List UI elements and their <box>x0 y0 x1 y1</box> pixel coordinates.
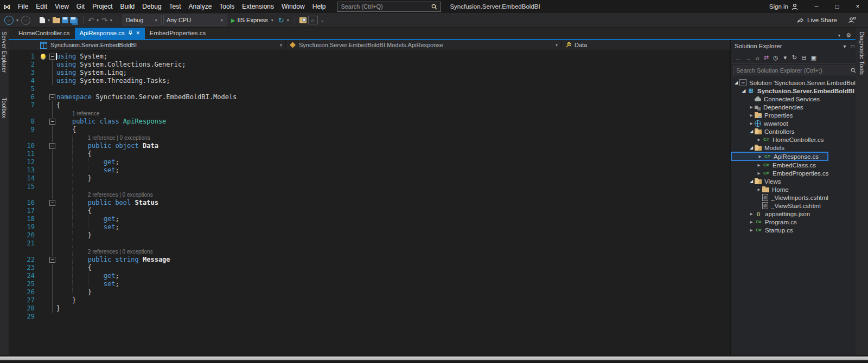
document-tab-embedproperties.cs[interactable]: EmbedProperties.cs <box>145 27 211 39</box>
code-line[interactable]: 10 public object Data <box>9 142 730 150</box>
tree-item-startup-cs[interactable]: ▶C#Startup.cs <box>731 226 866 234</box>
document-tab-apiresponse.cs[interactable]: ApiResponse.cs× <box>75 27 145 39</box>
tree-item-solution-syncfusion-server-embedboldbi-[interactable]: ◢∞Solution 'Syncfusion.Server.EmbedBoldB… <box>731 79 866 87</box>
codelens-references-link[interactable]: 1 reference | 0 exceptions <box>88 134 150 142</box>
tree-item--viewstart-cshtml[interactable]: @_ViewStart.cshtml <box>731 202 866 210</box>
collapsed-arrow-icon[interactable]: ▶ <box>748 105 755 109</box>
code-line[interactable]: 21 <box>9 239 730 248</box>
menu-item-analyze[interactable]: Analyze <box>185 0 216 13</box>
code-line[interactable]: 18 get; <box>9 215 730 223</box>
refresh-icon[interactable]: ↻ <box>278 16 284 24</box>
refresh-dropdown-icon[interactable]: ▾ <box>286 18 290 23</box>
solution-explorer-search-input[interactable]: Search Solution Explorer (Ctrl+;) ▾ <box>733 66 864 75</box>
navigate-backward-icon[interactable]: ← <box>4 16 14 25</box>
tree-item-connected-services[interactable]: Connected Services <box>731 95 866 103</box>
collapsed-arrow-icon[interactable]: ▶ <box>748 212 755 216</box>
menu-item-tools[interactable]: Tools <box>215 0 238 13</box>
collapsed-arrow-icon[interactable]: ▶ <box>748 113 755 118</box>
tree-item-embedproperties-cs[interactable]: ▶C#EmbedProperties.cs <box>731 169 866 177</box>
expanded-arrow-icon[interactable]: ◢ <box>733 80 739 85</box>
menu-item-help[interactable]: Help <box>309 0 330 13</box>
code-line[interactable]: 3using System.Linq; <box>9 69 730 77</box>
codelens-row[interactable]: 1 reference | 0 exceptions <box>9 134 730 142</box>
save-icon[interactable] <box>62 17 68 23</box>
tree-item-syncfusion-server-embedboldbi[interactable]: ◢⊞Syncfusion.Server.EmbedBoldBI <box>731 87 866 95</box>
code-line[interactable]: 28} <box>9 304 730 313</box>
type-dropdown[interactable]: Syncfusion.Server.EmbedBoldBI.Models.Api… <box>290 40 561 50</box>
code-line[interactable]: 19 set; <box>9 223 730 231</box>
expanded-arrow-icon[interactable]: ◢ <box>748 179 755 184</box>
solution-explorer-header[interactable]: Solution Explorer ▾□× <box>731 40 866 52</box>
collapse-all-icon[interactable]: ⊟ <box>801 54 806 61</box>
window-position-icon[interactable]: ▾ <box>843 43 846 49</box>
expanded-arrow-icon[interactable]: ◢ <box>748 145 755 150</box>
collapsed-arrow-icon[interactable]: ▶ <box>757 154 763 159</box>
quick-search-input[interactable]: Search (Ctrl+Q) <box>337 2 441 12</box>
codelens-row[interactable]: 1 reference <box>9 109 730 118</box>
menu-item-test[interactable]: Test <box>165 0 185 13</box>
code-line[interactable]: 29 <box>9 313 730 321</box>
redo-dropdown-icon[interactable]: ▾ <box>109 18 113 23</box>
fold-collapse-icon[interactable] <box>49 119 55 125</box>
code-line[interactable]: 25 set; <box>9 280 730 288</box>
configuration-select[interactable]: Debug▾ <box>123 15 162 25</box>
tree-item-appsettings-json[interactable]: ▶{}appsettings.json <box>731 210 866 218</box>
fold-collapse-icon[interactable] <box>49 143 55 149</box>
code-line[interactable]: 4using System.Threading.Tasks; <box>9 77 730 85</box>
find-in-files-icon[interactable] <box>299 17 307 23</box>
menu-item-extensions[interactable]: Extensions <box>238 0 278 13</box>
codelens-row[interactable]: 2 references | 0 exceptions <box>9 248 730 256</box>
fold-collapse-icon[interactable] <box>49 54 55 60</box>
code-line[interactable]: 6namespace Syncfusion.Server.EmbedBoldBI… <box>9 93 730 101</box>
live-share-button[interactable]: Live Share <box>797 17 837 23</box>
collapsed-arrow-icon[interactable]: ▶ <box>748 121 755 126</box>
menu-item-git[interactable]: Git <box>73 0 88 13</box>
editor-settings-icon[interactable]: ⚙ <box>846 32 851 39</box>
dock-tab-toolbox[interactable]: Toolbox <box>1 98 8 118</box>
code-line[interactable]: 27 } <box>9 296 730 304</box>
code-line[interactable]: 1using System; <box>9 53 730 61</box>
open-file-icon[interactable] <box>53 18 60 23</box>
sign-in-button[interactable]: Sign in <box>769 3 799 10</box>
code-line[interactable]: 7{ <box>9 101 730 109</box>
expanded-arrow-icon[interactable]: ◢ <box>748 129 755 134</box>
tree-item-embedclass-cs[interactable]: ▶C#EmbedClass.cs <box>731 161 866 169</box>
code-line[interactable]: 15 <box>9 183 730 191</box>
codelens-references-link[interactable]: 2 references | 0 exceptions <box>88 248 153 256</box>
home-icon[interactable]: ⌂ <box>756 55 760 61</box>
undo-dropdown-icon[interactable]: ▾ <box>95 18 100 23</box>
code-line[interactable]: 14 } <box>9 174 730 183</box>
tree-item-home[interactable]: ▶Home <box>731 185 866 193</box>
close-button[interactable]: × <box>847 0 868 13</box>
filter-dropdown-icon[interactable]: ▾ <box>782 54 788 61</box>
collapsed-arrow-icon[interactable]: ▶ <box>748 220 755 224</box>
tree-item-views[interactable]: ◢Views <box>731 177 866 185</box>
document-tab-homecontroller.cs[interactable]: HomeController.cs <box>14 27 75 39</box>
maximize-button[interactable]: □ <box>827 0 847 13</box>
dock-tab-server-explorer[interactable]: Server Explorer <box>1 31 8 73</box>
tree-item-program-cs[interactable]: ▶C#Program.cs <box>731 218 866 226</box>
navigate-backward-dropdown-icon[interactable]: ▾ <box>15 18 20 23</box>
minimize-button[interactable]: – <box>806 0 827 13</box>
collapsed-arrow-icon[interactable]: ▶ <box>756 163 762 167</box>
navigate-forward-icon[interactable]: → <box>21 16 30 25</box>
new-file-icon[interactable] <box>40 17 45 23</box>
menu-item-project[interactable]: Project <box>88 0 116 13</box>
tree-item-wwwroot[interactable]: ▶wwwroot <box>731 119 866 127</box>
code-line[interactable]: 8 public class ApiResponse <box>9 118 730 126</box>
code-line[interactable]: 17 { <box>9 207 730 215</box>
sync-with-active-document-icon[interactable]: ↻ <box>792 54 797 61</box>
expanded-arrow-icon[interactable]: ◢ <box>741 88 747 93</box>
fold-collapse-icon[interactable] <box>49 94 55 100</box>
new-file-dropdown-icon[interactable]: ▾ <box>47 18 51 23</box>
fold-collapse-icon[interactable] <box>49 200 55 206</box>
platform-select[interactable]: Any CPU▾ <box>163 15 227 25</box>
code-line[interactable]: 5 <box>9 85 730 93</box>
tree-item--viewimports-cshtml[interactable]: @_ViewImports.cshtml <box>731 193 866 202</box>
collapsed-arrow-icon[interactable]: ▶ <box>748 228 755 232</box>
start-debug-button[interactable]: ▶IIS Express▾ <box>231 17 275 23</box>
pending-changes-filter-icon[interactable]: ◷ <box>773 54 778 61</box>
tree-item-controllers[interactable]: ◢Controllers <box>731 127 866 135</box>
tree-item-homecontroller-cs[interactable]: ▶C#HomeController.cs <box>731 135 866 144</box>
browser-link-icon[interactable]: ⌂ <box>308 16 318 24</box>
